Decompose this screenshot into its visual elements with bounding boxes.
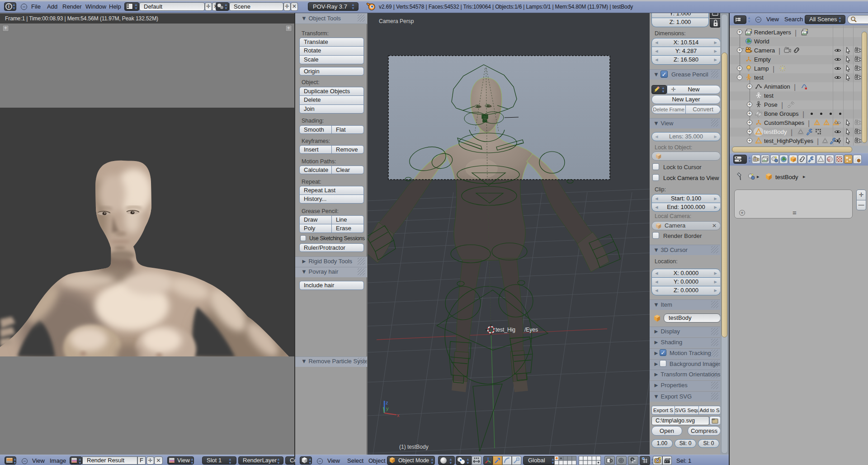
svg-text:z: z [386,400,388,405]
svg-text:y: y [386,406,389,411]
svg-text:(1) testBody: (1) testBody [399,444,429,450]
svg-text:/Eyes: /Eyes [524,327,538,333]
svg-text:test_Hig: test_Hig [495,327,515,333]
svg-text:Camera Persp: Camera Persp [379,18,414,24]
svg-text:x: x [397,413,400,418]
